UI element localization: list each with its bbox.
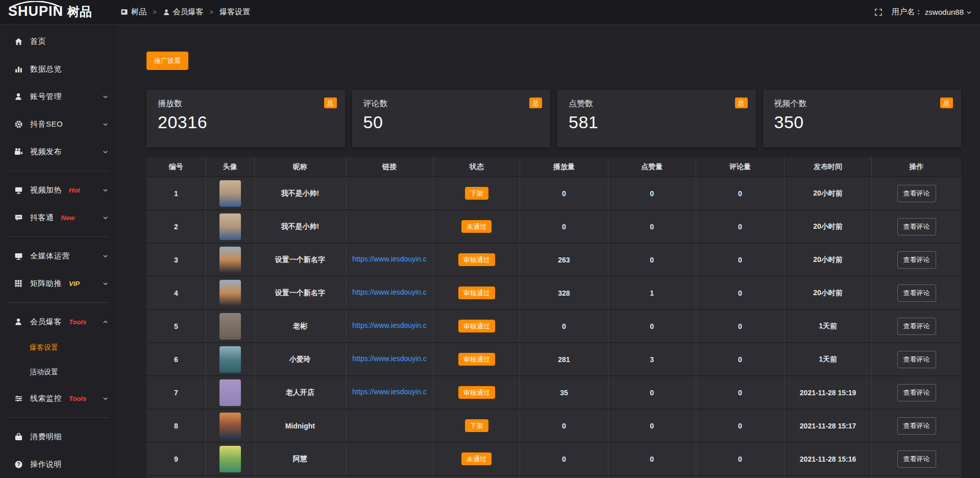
view-comments-button[interactable]: 查看评论: [897, 384, 936, 401]
video-link[interactable]: https://www.iesdouyin.c: [352, 321, 427, 329]
view-comments-button[interactable]: 查看评论: [897, 251, 936, 269]
sidebar-item-label: 操作说明: [30, 460, 62, 469]
app-logo: SHUPIN 树品: [0, 3, 117, 21]
cell-link: https://www.iesdouyin.c: [346, 276, 433, 309]
video-link[interactable]: https://www.iesdouyin.c: [352, 288, 427, 296]
sidebar-item-account-manage[interactable]: 账号管理: [0, 83, 117, 110]
sidebar-subitem-baoke-settings[interactable]: 爆客设置: [0, 336, 117, 360]
column-header-6: 点赞量: [608, 157, 696, 177]
view-comments-button[interactable]: 查看评论: [897, 185, 936, 202]
cell-status: 审核通过: [433, 343, 520, 376]
view-comments-button[interactable]: 查看评论: [897, 218, 936, 235]
stat-label: 点赞数: [569, 99, 745, 109]
cell-action: 查看评论: [872, 276, 961, 309]
breadcrumb-item-root[interactable]: 树品: [120, 7, 146, 17]
view-comments-button[interactable]: 查看评论: [897, 417, 936, 435]
cell-nickname: 我不是小帅!: [254, 210, 346, 243]
gear-icon: [14, 120, 23, 129]
view-comments-button[interactable]: 查看评论: [897, 351, 936, 368]
screen-icon: [14, 186, 23, 195]
cell-id: 9: [146, 442, 206, 475]
view-comments-button[interactable]: 查看评论: [897, 450, 936, 468]
cell-id: 2: [146, 210, 206, 243]
cell-plays: 281: [520, 343, 608, 376]
sidebar-item-clue-monitor[interactable]: 线索监控Tools: [0, 385, 117, 412]
cell-avatar: [206, 475, 254, 478]
sidebar-item-operation-guide[interactable]: ?操作说明: [0, 450, 117, 478]
sidebar-item-label: 账号管理: [30, 92, 62, 102]
sidebar-divider: [8, 171, 109, 171]
cell-id: 1: [146, 177, 206, 210]
chevron-down-icon: [103, 94, 108, 100]
stat-label: 评论数: [363, 99, 540, 109]
cell-publish-time: 2021-11-28 15:17: [784, 409, 871, 442]
avatar-image: [219, 247, 241, 273]
total-badge: 总: [529, 98, 542, 108]
chevron-down-icon: [103, 187, 108, 193]
sidebar-item-video-heat[interactable]: 视频加热Hot: [0, 176, 117, 204]
video-link[interactable]: https://www.iesdouyin.c: [352, 255, 427, 263]
apps-icon: [120, 8, 128, 16]
total-badge: 总: [324, 98, 337, 108]
avatar-image: [219, 379, 241, 406]
promotion-settings-button[interactable]: 推广设置: [146, 52, 188, 70]
stat-cards: 播放数 20316 总 评论数 50 总 点赞数 581 总 视频个数 350 …: [146, 90, 961, 148]
avatar-image: [219, 180, 241, 207]
table-row: 4设置一个新名字https://www.iesdouyin.c审核通过32810…: [146, 276, 961, 309]
cell-plays: 328: [520, 276, 608, 309]
sidebar-item-data-overview[interactable]: 数据总览: [0, 55, 117, 83]
cell-comments: 0: [696, 243, 784, 276]
sidebar-item-home[interactable]: 首页: [0, 28, 117, 55]
cell-comments: 0: [696, 210, 784, 243]
sidebar-subitem-activity-settings[interactable]: 活动设置: [0, 360, 117, 385]
view-comments-button[interactable]: 查看评论: [897, 318, 936, 335]
sidebar-item-media-operation[interactable]: 全媒体运营: [0, 242, 117, 270]
cell-comments: 0: [696, 442, 784, 475]
avatar-image: [219, 346, 241, 373]
cell-comments: 0: [696, 276, 784, 309]
breadcrumb-item-member-baoke[interactable]: 会员爆客: [163, 7, 204, 17]
sidebar-item-label: 全媒体运营: [30, 251, 70, 261]
cell-likes: [608, 475, 696, 478]
cell-link: https://www.iesdouyin.c: [346, 376, 433, 409]
cell-plays: 0: [520, 442, 608, 475]
chevron-down-icon: [103, 122, 108, 127]
table-row: 7老人开店https://www.iesdouyin.c审核通过35002021…: [146, 376, 961, 409]
cell-nickname: Midnight: [254, 409, 346, 442]
user-menu[interactable]: 用户名：zswodun88: [892, 7, 972, 17]
avatar-image: [219, 446, 241, 472]
cell-plays: 0: [520, 210, 608, 243]
cell-action: 查看评论: [872, 210, 961, 243]
sidebar-item-consume-detail[interactable]: 消费明细: [0, 423, 117, 450]
status-badge: 未通过: [461, 220, 492, 233]
sidebar-item-douyin-seo[interactable]: 抖音SEO: [0, 110, 117, 138]
fullscreen-icon[interactable]: [874, 8, 883, 16]
cell-publish-time: 20小时前: [784, 210, 871, 243]
cell-status: 未通过: [433, 442, 520, 475]
sidebar-item-tag: Tools: [69, 395, 86, 402]
video-link[interactable]: https://www.iesdouyin.c: [352, 388, 427, 396]
status-badge: 审核通过: [458, 286, 495, 299]
sidebar-item-matrix-boost[interactable]: 矩阵助推VIP: [0, 270, 117, 297]
cell-action: 查看评论: [872, 442, 961, 475]
sidebar-item-label: 矩阵助推: [30, 279, 62, 289]
cell-avatar: [206, 309, 254, 343]
sidebar-item-video-publish[interactable]: 视频发布: [0, 138, 117, 165]
breadcrumb: 树品 > 会员爆客 > 爆客设置: [120, 7, 250, 17]
chevron-up-icon: [103, 319, 108, 325]
avatar-image: [219, 413, 241, 439]
main-content: 推广设置 播放数 20316 总 评论数 50 总 点赞数 581 总 视频个数…: [117, 25, 980, 478]
column-header-8: 发布时间: [784, 157, 871, 177]
cell-likes: 0: [608, 376, 696, 409]
table-header-row: 编号头像昵称链接状态播放量点赞量评论量发布时间操作: [146, 157, 961, 177]
table-row: 8Midnight下架0002021-11-28 15:17查看评论: [146, 409, 961, 442]
video-link[interactable]: https://www.iesdouyin.c: [352, 354, 427, 363]
sidebar-item-douketong[interactable]: 抖客通New: [0, 204, 117, 231]
breadcrumb-item-current: 爆客设置: [219, 7, 250, 17]
topbar: SHUPIN 树品 树品 > 会员爆客 > 爆客设置 用户名：zswodun88: [0, 0, 980, 25]
cell-likes: 3: [608, 343, 696, 376]
sidebar-item-member-baoke[interactable]: 会员爆客Tools: [0, 308, 117, 336]
total-badge: 总: [940, 98, 953, 108]
cell-publish-time: 20小时前: [784, 177, 871, 210]
view-comments-button[interactable]: 查看评论: [897, 284, 936, 302]
